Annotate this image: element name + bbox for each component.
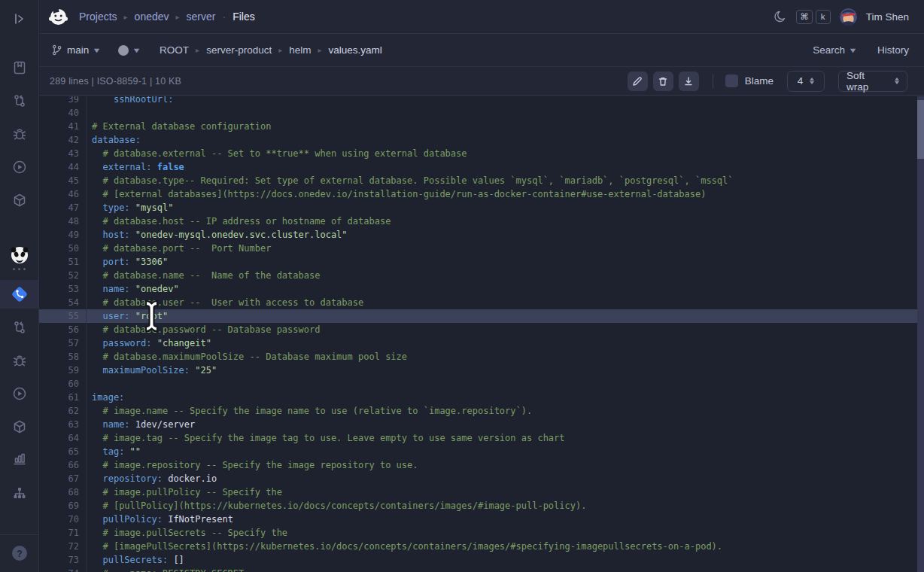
line-number[interactable]: 42 [39, 133, 87, 147]
breadcrumb-onedev[interactable]: onedev [135, 11, 169, 23]
code-line[interactable]: 71 # image.pullSecrets -- Specify the [39, 526, 924, 540]
line-number[interactable]: 49 [39, 228, 87, 242]
code-line[interactable]: 54 # database.user -- User with access t… [39, 296, 924, 309]
line-number[interactable]: 41 [39, 120, 87, 133]
code-line[interactable]: 69 # [pullPolicy](https://kubernetes.io/… [39, 499, 924, 513]
line-number[interactable]: 48 [39, 214, 87, 228]
line-number[interactable]: 62 [39, 404, 87, 418]
code-line[interactable]: 53 name: "onedev" [39, 282, 924, 296]
code-line[interactable]: 68 # image.pullPolicy -- Specify the [39, 485, 924, 499]
line-number[interactable]: 52 [39, 269, 87, 282]
code-line[interactable]: 58 # database.maximumPoolSize -- Databas… [39, 350, 924, 364]
path-folder-server-product[interactable]: server-product [206, 44, 272, 56]
breadcrumb-server[interactable]: server [187, 11, 216, 23]
line-number[interactable]: 47 [39, 201, 87, 214]
line-number[interactable]: 68 [39, 485, 87, 499]
code-line[interactable]: 39 sshRootUrl: [39, 96, 924, 106]
code-line[interactable]: 45 # database.type-- Required: Set type … [39, 174, 924, 187]
line-number[interactable]: 58 [39, 350, 87, 364]
user-name[interactable]: Tim Shen [866, 11, 909, 23]
sidebar-more-button[interactable] [0, 262, 38, 275]
code-line[interactable]: 63 name: 1dev/server [39, 418, 924, 431]
code-line[interactable]: 51 port: "3306" [39, 255, 924, 269]
scrollbar-thumb[interactable] [917, 100, 924, 159]
line-number[interactable]: 54 [39, 296, 87, 309]
line-number[interactable]: 72 [39, 540, 87, 553]
line-number[interactable]: 51 [39, 255, 87, 269]
scrollbar-track[interactable] [917, 96, 924, 572]
line-number[interactable]: 40 [39, 106, 87, 120]
line-number[interactable]: 59 [39, 364, 87, 377]
sidebar-item-project-packages[interactable] [0, 412, 38, 441]
code-line[interactable]: 61image: [39, 391, 924, 404]
sidebar-item-builds[interactable] [0, 153, 38, 181]
code-line[interactable]: 60 [39, 377, 924, 391]
line-number[interactable]: 56 [39, 323, 87, 336]
code-line[interactable]: 59 maximumPoolSize: "25" [39, 364, 924, 377]
line-number[interactable]: 57 [39, 336, 87, 350]
code-line[interactable]: 74 # - name: REGISTRY-SECRET [39, 567, 924, 572]
line-number[interactable]: 74 [39, 567, 87, 572]
code-line[interactable]: 47 type: "mysql" [39, 201, 924, 214]
code-line[interactable]: 42database: [39, 133, 924, 147]
line-number[interactable]: 71 [39, 526, 87, 540]
code-line[interactable]: 57 password: "changeit" [39, 336, 924, 350]
line-number[interactable]: 46 [39, 187, 87, 201]
dark-mode-toggle[interactable] [774, 10, 787, 23]
breadcrumb-projects[interactable]: Projects [79, 11, 117, 23]
line-number[interactable]: 65 [39, 445, 87, 458]
line-number[interactable]: 60 [39, 377, 87, 391]
code-line[interactable]: 41# External database configuration [39, 120, 924, 133]
branch-selector[interactable]: main ▼ [51, 44, 100, 56]
line-number[interactable]: 70 [39, 513, 87, 526]
code-line[interactable]: 72 # [imagePullSecrets](https://kubernet… [39, 540, 924, 553]
code-line[interactable]: 64 # image.tag -- Specify the image tag … [39, 431, 924, 445]
delete-file-button[interactable] [653, 72, 673, 91]
blame-checkbox[interactable] [725, 75, 738, 87]
path-folder-helm[interactable]: helm [289, 44, 311, 56]
code-line[interactable]: 62 # image.name -- Specify the image nam… [39, 404, 924, 418]
line-number[interactable]: 61 [39, 391, 87, 404]
download-file-button[interactable] [679, 72, 699, 91]
code-line[interactable]: 66 # image.repository -- Specify the ima… [39, 458, 924, 472]
code-line[interactable]: 44 external: false [39, 160, 924, 174]
code-line[interactable]: 67 repository: docker.io [39, 472, 924, 485]
help-button[interactable]: ? [0, 539, 38, 567]
code-line[interactable]: 70 pullPolicy: IfNotPresent [39, 513, 924, 526]
sidebar-item-code[interactable] [0, 280, 38, 309]
code-line[interactable]: 40 [39, 106, 924, 120]
sidebar-item-packages[interactable] [0, 186, 38, 214]
code-line[interactable]: 52 # database.name -- Name of the databa… [39, 269, 924, 282]
sidebar-item-project-builds[interactable] [0, 379, 38, 408]
sidebar-item-pull-requests[interactable] [0, 87, 38, 115]
line-number[interactable]: 63 [39, 418, 87, 431]
sidebar-item-stats[interactable] [0, 445, 38, 473]
line-number[interactable]: 45 [39, 174, 87, 187]
line-number[interactable]: 53 [39, 282, 87, 296]
code-line[interactable]: 48 # database.host -- IP address or host… [39, 214, 924, 228]
line-number[interactable]: 64 [39, 431, 87, 445]
code-line[interactable]: 55 user: "root" [39, 309, 924, 323]
sidebar-item-files[interactable] [0, 53, 38, 82]
sidebar-item-issues[interactable] [0, 120, 38, 148]
line-number[interactable]: 55 [39, 309, 87, 323]
code-line[interactable]: 43 # database.external -- Set to **true*… [39, 147, 924, 160]
line-number[interactable]: 73 [39, 553, 87, 567]
search-menu[interactable]: Search ▼ [813, 44, 856, 56]
user-avatar[interactable] [840, 8, 857, 26]
line-number[interactable]: 69 [39, 499, 87, 513]
collapse-sidebar-button[interactable] [0, 5, 38, 33]
sidebar-item-project-pull-requests[interactable] [0, 313, 38, 342]
sidebar-item-project-issues[interactable] [0, 346, 38, 375]
sidebar-item-hierarchy[interactable] [0, 479, 38, 507]
tab-size-select[interactable]: 4 [787, 71, 825, 92]
line-number[interactable]: 67 [39, 472, 87, 485]
wrap-mode-select[interactable]: Soft wrap [838, 71, 907, 92]
path-root[interactable]: ROOT [160, 44, 189, 56]
revision-state-selector[interactable]: ▼ [118, 45, 140, 56]
code-line[interactable]: 46 # [external databases](https://docs.o… [39, 187, 924, 201]
line-number[interactable]: 39 [39, 96, 87, 106]
code-line[interactable]: 50 # database.port -- Port Number [39, 242, 924, 255]
line-number[interactable]: 66 [39, 458, 87, 472]
code-line[interactable]: 65 tag: "" [39, 445, 924, 458]
